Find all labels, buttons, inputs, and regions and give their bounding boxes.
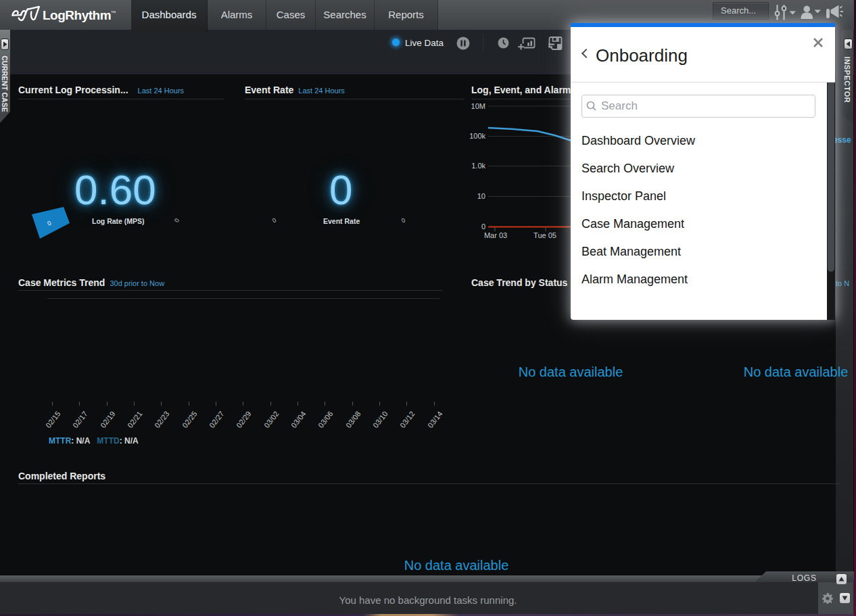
svg-text:02/21: 02/21 [126, 410, 143, 429]
svg-text:03/14: 03/14 [426, 410, 444, 429]
svg-text:03/10: 03/10 [371, 410, 389, 429]
svg-text:02/15: 02/15 [44, 410, 62, 429]
svg-text:02/23: 02/23 [153, 410, 170, 429]
svg-text:03/04: 03/04 [289, 410, 307, 429]
svg-text:Tue 05: Tue 05 [533, 231, 556, 239]
svg-text:10: 10 [477, 192, 485, 200]
svg-text:03/06: 03/06 [316, 410, 334, 429]
svg-text:10M: 10M [471, 102, 485, 110]
svg-text:100k: 100k [469, 132, 485, 140]
svg-text:02/25: 02/25 [181, 410, 198, 429]
svg-text:03/12: 03/12 [398, 410, 416, 429]
svg-text:02/29: 02/29 [235, 410, 252, 429]
svg-text:02/19: 02/19 [99, 410, 116, 429]
svg-text:1.0k: 1.0k [471, 162, 485, 170]
svg-text:0: 0 [481, 222, 485, 231]
svg-text:02/27: 02/27 [208, 410, 225, 429]
svg-text:02/17: 02/17 [71, 410, 89, 429]
svg-text:Mar 03: Mar 03 [484, 231, 507, 239]
svg-text:03/08: 03/08 [344, 410, 362, 429]
svg-text:03/02: 03/02 [262, 410, 280, 429]
